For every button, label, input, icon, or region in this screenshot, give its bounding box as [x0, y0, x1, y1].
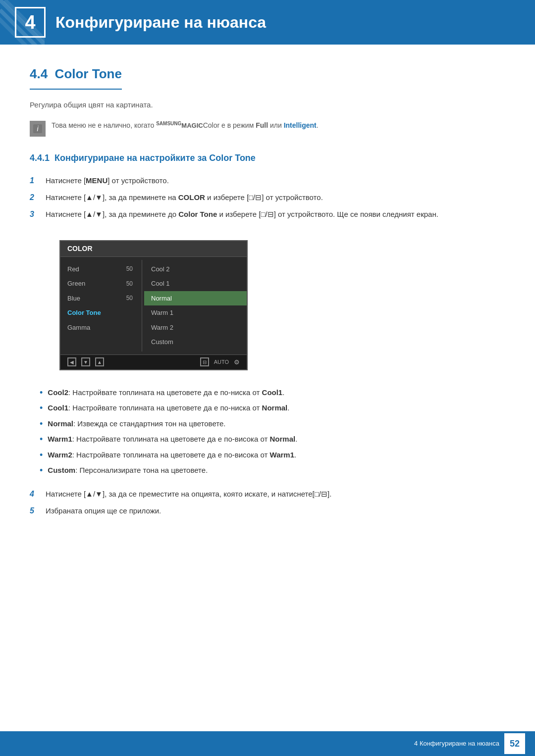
brand-samsung: SAMSUNGMAGIC — [156, 122, 203, 129]
chapter-number: 4 — [15, 7, 46, 38]
step-num-5: 5 — [30, 505, 41, 517]
step-text-4: Натиснете [▲/▼], за да се преместите на … — [46, 488, 331, 500]
footer-page-number: 52 — [504, 733, 525, 754]
menu-item-red: Red 50 — [60, 262, 140, 277]
step-text-3: Натиснете [▲/▼], за да преминете до Colo… — [46, 208, 438, 220]
page-footer: 4 Конфигуриране на нюанса 52 — [0, 731, 535, 756]
menu-divider — [142, 260, 142, 352]
header-bar: 4 Конфигуриране на нюанса — [0, 0, 535, 45]
step-1: 1 Натиснете [MENU] от устройството. — [30, 175, 505, 187]
step-num-4: 4 — [30, 488, 41, 500]
step-num-1: 1 — [30, 175, 41, 187]
menu-left-col: Red 50 Green 50 Blue — [60, 260, 140, 352]
submenu-warm1: Warm 1 — [144, 305, 247, 320]
subsection-heading: 4.4.1 Конфигуриране на настройките за Co… — [30, 151, 505, 165]
bullet-text-cool1: Cool1: Настройвате топлината на цветовет… — [48, 403, 289, 414]
bullet-warm1: • Warm1: Настройвате топлината на цветов… — [40, 434, 505, 445]
menu-bar-green: 50 — [119, 279, 133, 288]
note-text: Това меню не е налично, когато SAMSUNGMA… — [52, 120, 319, 131]
footer-text: 4 Конфигуриране на нюанса — [414, 739, 499, 749]
menu-item-colortone: Color Tone — [60, 305, 140, 320]
menu-body: Red 50 Green 50 Blue — [60, 257, 247, 354]
bullet-text-cool2: Cool2: Настройвате топлината на цветовет… — [48, 387, 284, 399]
step-2: 2 Натиснете [▲/▼], за да преминете на CO… — [30, 192, 505, 203]
submenu-cool2: Cool 2 — [144, 262, 247, 277]
bullet-dot-cool1: • — [40, 403, 43, 414]
step-5: 5 Избраната опция ще се приложи. — [30, 505, 505, 517]
bullet-cool1: • Cool1: Настройвате топлината на цветов… — [40, 403, 505, 414]
bullet-text-normal: Normal: Извежда се стандартния тон на цв… — [48, 418, 225, 430]
submenu-normal: Normal — [144, 291, 247, 306]
bullet-dot-warm1: • — [40, 434, 43, 445]
menu-item-green: Green 50 — [60, 276, 140, 291]
menu-bar-red: 50 — [119, 264, 133, 273]
steps-4-5: 4 Натиснете [▲/▼], за да се преместите н… — [30, 488, 505, 517]
bullet-normal: • Normal: Извежда се стандартния тон на … — [40, 418, 505, 430]
screen-bottom-bar: ◀ ▼ ▲ ⊟ AUTO ⚙ — [60, 354, 247, 370]
menu-title-bar: COLOR — [60, 241, 247, 257]
bullet-dot-warm2: • — [40, 450, 43, 461]
bullet-text-custom: Custom: Персонализирате тона на цветовет… — [48, 465, 208, 476]
step-num-2: 2 — [30, 192, 41, 203]
submenu-warm2: Warm 2 — [144, 320, 247, 335]
step-num-3: 3 — [30, 208, 41, 220]
bullet-dot-custom: • — [40, 465, 43, 476]
btn-gear-icon: ⚙ — [234, 357, 240, 367]
bullet-cool2: • Cool2: Настройвате топлината на цветов… — [40, 387, 505, 399]
steps-list: 1 Натиснете [MENU] от устройството. 2 На… — [30, 175, 505, 220]
menu-screen-container: COLOR Red 50 Green 50 — [59, 240, 248, 371]
step-4: 4 Натиснете [▲/▼], за да се преместите н… — [30, 488, 505, 500]
btn-left-icon: ◀ — [67, 357, 76, 366]
bullet-dot-cool2: • — [40, 387, 43, 399]
btn-enter-icon: ⊟ — [200, 357, 209, 366]
note-icon: i — [30, 121, 46, 137]
step-text-1: Натиснете [MENU] от устройството. — [46, 175, 169, 187]
bullet-text-warm1: Warm1: Настройвате топлината на цветовет… — [48, 434, 297, 445]
section-intro: Регулира общия цвят на картината. — [30, 100, 505, 111]
bullet-list: • Cool2: Настройвате топлината на цветов… — [40, 387, 505, 476]
btn-auto-label: AUTO — [214, 358, 229, 366]
bullet-custom: • Custom: Персонализирате тона на цветов… — [40, 465, 505, 476]
note-box: i Това меню не е налично, когато SAMSUNG… — [30, 120, 505, 137]
bullet-warm2: • Warm2: Настройвате топлината на цветов… — [40, 450, 505, 461]
bullet-text-warm2: Warm2: Настройвате топлината на цветовет… — [48, 450, 296, 461]
main-content: 4.4 Color Tone Регулира общия цвят на ка… — [0, 45, 535, 566]
btn-down-icon: ▼ — [81, 357, 90, 366]
menu-right-col: Cool 2 Cool 1 Normal Warm 1 Warm 2 Custo… — [144, 260, 247, 352]
bullet-dot-normal: • — [40, 418, 43, 430]
step-text-2: Натиснете [▲/▼], за да преминете на COLO… — [46, 192, 323, 203]
step-3: 3 Натиснете [▲/▼], за да преминете до Co… — [30, 208, 505, 220]
section-heading: 4.4 Color Tone — [30, 64, 122, 90]
menu-item-blue: Blue 50 — [60, 291, 140, 306]
step-text-5: Избраната опция ще се приложи. — [46, 505, 161, 517]
submenu-cool1: Cool 1 — [144, 276, 247, 291]
submenu-custom: Custom — [144, 335, 247, 350]
menu-screen: COLOR Red 50 Green 50 — [59, 240, 248, 371]
btn-up-icon: ▲ — [95, 357, 104, 366]
header-title: Конфигуриране на нюанса — [55, 10, 266, 34]
menu-item-gamma: Gamma — [60, 320, 140, 335]
menu-bar-blue: 50 — [119, 294, 133, 302]
